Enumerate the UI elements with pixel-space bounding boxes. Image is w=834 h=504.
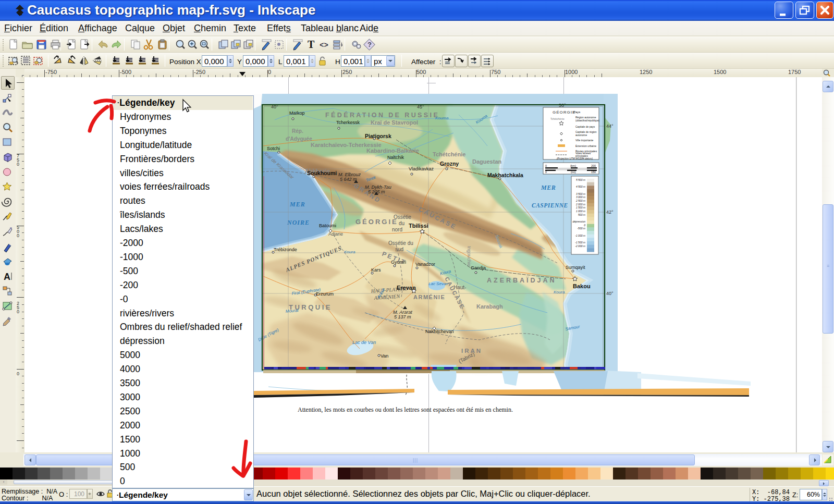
- svg-text:200: 200: [591, 164, 596, 167]
- svg-text:Van: Van: [381, 353, 388, 359]
- svg-text:-1 000 m: -1 000 m: [575, 234, 585, 237]
- svg-text:du: du: [399, 220, 404, 226]
- svg-text:Kars: Kars: [371, 267, 381, 273]
- svg-text:(oblast/kraï/république): (oblast/kraï/république): [575, 119, 600, 122]
- svg-text:Daguestan: Daguestan: [472, 158, 502, 165]
- svg-text:Extension urbaine: Extension urbaine: [575, 144, 596, 147]
- svg-text:Ossétie: Ossétie: [394, 214, 411, 220]
- svg-text:5 500 m: 5 500 m: [576, 178, 585, 181]
- svg-text:Erzurum: Erzurum: [316, 291, 334, 297]
- svg-text:Pays: Pays: [573, 110, 580, 114]
- svg-text:(km): (km): [570, 164, 576, 167]
- svg-text:d'Adyguée: d'Adyguée: [286, 136, 312, 142]
- svg-text:Nakhitchevan: Nakhitchevan: [425, 329, 454, 334]
- svg-text:0: 0: [584, 224, 585, 227]
- svg-text:Maïkop: Maïkop: [289, 110, 305, 116]
- svg-text:5 205 m: 5 205 m: [368, 189, 385, 194]
- svg-text:Capitale de pays: Capitale de pays: [575, 125, 595, 128]
- svg-text:Lac Sevan: Lac Sevan: [428, 281, 448, 286]
- svg-text:Grozny: Grozny: [440, 161, 459, 167]
- svg-text:Lac de Van: Lac de Van: [352, 340, 376, 345]
- svg-text:Ville importante: Ville importante: [575, 139, 594, 142]
- svg-text:3 500 m: 3 500 m: [576, 192, 585, 195]
- svg-text:0: 0: [545, 164, 547, 167]
- svg-text:Gyumri: Gyumri: [391, 260, 406, 265]
- svg-text:-500 m: -500 m: [577, 227, 585, 230]
- svg-text:3 000 m: 3 000 m: [576, 195, 585, 199]
- svg-text:Naltchik: Naltchik: [387, 155, 404, 160]
- svg-text:dépression: dépression: [573, 220, 586, 223]
- svg-text:AZERBAÏDJAN: AZERBAÏDJAN: [487, 276, 557, 284]
- svg-text:Sotchi: Sotchi: [267, 146, 280, 151]
- svg-text:Rép.: Rép.: [292, 128, 303, 134]
- svg-text:MER: MER: [289, 201, 305, 208]
- svg-text:Gandja: Gandja: [471, 265, 486, 271]
- svg-text:autonome: autonome: [575, 133, 587, 137]
- svg-text:4 500 m: 4 500 m: [576, 185, 585, 188]
- svg-text:Tcherkessk: Tcherkessk: [336, 120, 360, 125]
- svg-text:GÉORGIE: GÉORGIE: [553, 110, 575, 115]
- svg-text:2 000 m: 2 000 m: [575, 203, 585, 206]
- svg-text:Vladikavkaz: Vladikavkaz: [409, 166, 434, 171]
- svg-text:A: A: [4, 272, 10, 282]
- svg-text:NOIRE: NOIRE: [287, 219, 310, 226]
- svg-text:GÉORGIE: GÉORGIE: [355, 218, 398, 226]
- svg-text:CASPIENNE: CASPIENNE: [532, 202, 568, 208]
- svg-text:Trébizonde: Trébizonde: [274, 247, 297, 252]
- svg-text:1 000 m: 1 000 m: [576, 210, 585, 213]
- svg-text:<>: <>: [320, 41, 328, 50]
- svg-text:(Projection UTM WGS84 datum): (Projection UTM WGS84 datum): [557, 157, 593, 160]
- svg-text:?: ?: [367, 41, 372, 48]
- svg-text:Bakou: Bakou: [573, 283, 591, 289]
- svg-text:Makhatchkala: Makhatchkala: [487, 172, 523, 178]
- svg-text:Ingouchie: Ingouchie: [467, 246, 472, 266]
- svg-text:42°: 42°: [606, 210, 614, 215]
- svg-text:Karabagh: Karabagh: [476, 303, 503, 310]
- svg-text:500 m: 500 m: [578, 213, 585, 216]
- svg-text:Kabardino-Balkarie: Kabardino-Balkarie: [366, 147, 419, 154]
- svg-text:1 500 m: 1 500 m: [576, 206, 585, 209]
- svg-text:40°: 40°: [606, 291, 614, 296]
- svg-text:Koura: Koura: [344, 250, 355, 254]
- svg-text:2 500 m: 2 500 m: [575, 199, 585, 202]
- svg-text:Koura: Koura: [554, 290, 565, 294]
- svg-text:Sumqayit: Sumqayit: [566, 265, 585, 270]
- svg-text:Batoumi: Batoumi: [319, 223, 336, 228]
- svg-text:Kouma: Kouma: [435, 116, 449, 120]
- svg-text:T: T: [308, 39, 315, 50]
- svg-text:MER: MER: [541, 184, 556, 191]
- svg-text:Adjarie: Adjarie: [328, 231, 343, 237]
- svg-text:FÉDÉRATION DE RUSSIE: FÉDÉRATION DE RUSSIE: [325, 111, 439, 119]
- svg-text:Tchétchénie: Tchétchénie: [433, 151, 465, 157]
- svg-text:Ossétie du: Ossétie du: [388, 240, 413, 246]
- svg-text:Région autonome: Région autonome: [575, 116, 596, 119]
- svg-text:ARMÉNIE: ARMÉNIE: [413, 294, 445, 300]
- svg-text:Tchétchénie: Tchétchénie: [550, 117, 565, 120]
- svg-text:Tbilissi: Tbilissi: [409, 223, 428, 229]
- svg-text:nord: nord: [392, 227, 402, 232]
- svg-text:-2 000 m: -2 000 m: [575, 244, 585, 248]
- svg-text:sud: sud: [395, 247, 403, 252]
- svg-text:Haut-: Haut-: [453, 285, 466, 290]
- svg-text:Piatigorsk: Piatigorsk: [365, 133, 391, 139]
- svg-text:-1 500 m: -1 500 m: [575, 241, 585, 244]
- svg-text:5 137 m: 5 137 m: [394, 314, 411, 319]
- svg-text:5 642 m: 5 642 m: [340, 177, 357, 182]
- svg-text:Soukhoumi: Soukhoumi: [307, 170, 337, 176]
- svg-text:44°: 44°: [606, 124, 614, 129]
- svg-text:Kraï de Stavropol: Kraï de Stavropol: [371, 119, 418, 126]
- svg-text:Vanadzor: Vanadzor: [415, 262, 435, 267]
